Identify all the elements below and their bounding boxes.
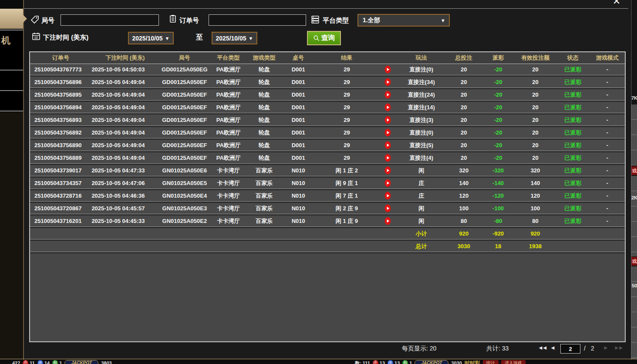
chevron-down-icon: ▼ bbox=[249, 36, 253, 41]
page-input[interactable] bbox=[560, 344, 580, 354]
date-to-picker[interactable]: 2025/10/05 ▼ bbox=[212, 32, 257, 44]
cell: 251005043756894 bbox=[30, 104, 91, 111]
order-number-input[interactable] bbox=[209, 14, 306, 26]
cell: 29 bbox=[315, 142, 378, 148]
background-fragment: 11 bbox=[30, 360, 35, 364]
cell: 20 bbox=[515, 155, 556, 161]
sidebar-active-item[interactable] bbox=[0, 9, 23, 29]
cell: - bbox=[590, 79, 625, 85]
next-page-icon[interactable]: ► bbox=[603, 344, 607, 351]
date-to-value: 2025/10/05 bbox=[216, 35, 246, 42]
cell: -20 bbox=[482, 129, 515, 136]
cell: N010 bbox=[282, 192, 315, 199]
sidebar-lower-area bbox=[0, 112, 23, 359]
cell: 80 bbox=[446, 218, 482, 224]
column-header: 下注时间 (美东) bbox=[91, 54, 159, 62]
cell: 2025-10-05 04:49:04 bbox=[91, 79, 159, 85]
cell: -20 bbox=[482, 142, 515, 148]
prev-page-icon[interactable]: ◄ bbox=[550, 344, 554, 351]
last-page-icon[interactable]: ►► bbox=[614, 344, 623, 351]
play-icon[interactable] bbox=[378, 78, 397, 86]
cell: PA欧洲厅 bbox=[210, 91, 247, 99]
cell: 251005043720867 bbox=[30, 205, 91, 212]
cell: N010 bbox=[282, 180, 315, 186]
cell: 251005043756893 bbox=[30, 117, 91, 123]
cell: GN01025A050E4 bbox=[159, 192, 210, 199]
cell: 百家乐 bbox=[247, 179, 282, 187]
cell: -140 bbox=[482, 180, 515, 186]
cell: GN01025A050E6 bbox=[159, 167, 210, 174]
cell: 251005043728716 bbox=[30, 192, 91, 199]
table-row-data: 2510050437568962025-10-05 04:49:04GD0012… bbox=[30, 77, 625, 88]
cell: 120 bbox=[446, 192, 482, 199]
sidebar-item-partial[interactable]: 机 bbox=[0, 30, 23, 51]
cell: 卡卡湾厅 bbox=[210, 205, 247, 212]
play-icon[interactable] bbox=[378, 116, 397, 124]
cell: 251005043756890 bbox=[30, 142, 91, 148]
background-fragment: 时时彩 bbox=[465, 360, 480, 364]
cell: - bbox=[590, 91, 625, 98]
cell: 29 bbox=[315, 104, 378, 111]
play-icon[interactable] bbox=[378, 179, 397, 187]
cell: PA欧洲厅 bbox=[210, 78, 247, 86]
play-icon[interactable] bbox=[378, 192, 397, 200]
play-icon[interactable] bbox=[378, 217, 397, 225]
cell: - bbox=[590, 142, 625, 148]
cell: 轮盘 bbox=[247, 104, 282, 111]
column-header: 玩法 bbox=[397, 54, 446, 62]
cell: 直接注(3) bbox=[397, 116, 446, 124]
close-icon[interactable]: ✕ bbox=[611, 0, 622, 7]
cell: 已派彩 bbox=[556, 179, 590, 187]
table-row-data: 2510050437343572025-10-05 04:47:06GN0102… bbox=[30, 178, 625, 189]
cell: D001 bbox=[282, 79, 315, 85]
play-icon[interactable] bbox=[378, 65, 397, 74]
cell: D001 bbox=[282, 142, 315, 148]
query-button[interactable]: 查询 bbox=[307, 31, 341, 45]
order-number-label: 订单号 bbox=[179, 17, 199, 25]
cell: PA欧洲厅 bbox=[210, 154, 247, 162]
cell: 小计 bbox=[397, 230, 446, 238]
play-icon[interactable] bbox=[378, 103, 397, 111]
sidebar-item[interactable] bbox=[0, 50, 23, 71]
cell: D001 bbox=[282, 129, 315, 136]
background-fragment: 进入游戏 bbox=[501, 360, 526, 364]
cell: 闲 bbox=[397, 217, 446, 225]
cell: 轮盘 bbox=[247, 129, 282, 137]
play-icon[interactable] bbox=[378, 128, 397, 137]
sidebar-item[interactable] bbox=[0, 91, 23, 111]
cell: 直接注(5) bbox=[397, 142, 446, 149]
platform-type-select[interactable]: 1.全部 ▼ bbox=[357, 14, 450, 27]
cell: PA欧洲厅 bbox=[210, 129, 247, 137]
round-number-input[interactable] bbox=[61, 14, 159, 26]
cell: GD00125A050EF bbox=[159, 79, 210, 85]
cell: GD00125A050EG bbox=[159, 66, 210, 73]
cell: 1938 bbox=[515, 243, 556, 249]
play-icon[interactable] bbox=[378, 204, 397, 212]
cell: - bbox=[590, 192, 625, 199]
cell: 已派彩 bbox=[556, 91, 590, 99]
play-icon[interactable] bbox=[378, 141, 397, 149]
cell: 闲 1 庄 2 bbox=[315, 167, 378, 175]
background-fragment: 1 bbox=[59, 360, 62, 364]
column-header: 状态 bbox=[556, 54, 590, 62]
cell: -20 bbox=[482, 104, 515, 111]
cell: 百家乐 bbox=[247, 167, 282, 175]
chevron-down-icon: ▼ bbox=[165, 36, 170, 41]
per-page-label: 每页显示: 20 bbox=[402, 345, 436, 353]
play-icon[interactable] bbox=[378, 166, 397, 175]
date-from-picker[interactable]: 2025/10/05 ▼ bbox=[128, 32, 174, 44]
first-page-icon[interactable]: ◄◄ bbox=[538, 344, 546, 351]
cell: 闲 9 庄 1 bbox=[315, 179, 378, 187]
cell: - bbox=[590, 117, 625, 123]
sidebar-item[interactable] bbox=[0, 71, 23, 91]
cell: 29 bbox=[315, 155, 378, 161]
cell: 251005043756892 bbox=[30, 129, 91, 136]
play-icon[interactable] bbox=[378, 154, 397, 162]
cell: 2025-10-05 04:45:33 bbox=[91, 218, 159, 224]
background-bottom-border bbox=[0, 359, 637, 359]
play-icon[interactable] bbox=[378, 91, 397, 99]
cell: 251005043734357 bbox=[30, 180, 91, 186]
table-row-total: 总计3030181938 bbox=[30, 241, 625, 252]
cell: 20 bbox=[515, 117, 556, 123]
cell: -320 bbox=[482, 167, 515, 174]
